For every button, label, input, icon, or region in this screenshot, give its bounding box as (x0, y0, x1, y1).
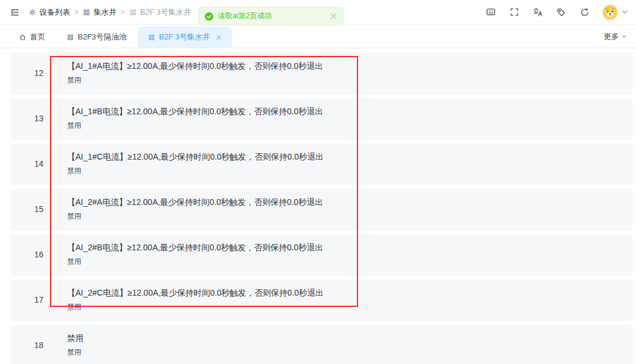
rule-row[interactable]: 14 【AI_1#C电流】≥12.00A,最少保持时间0.0秒触发，否则保持0.… (11, 144, 632, 184)
breadcrumb-separator: > (74, 8, 78, 16)
row-rule: 【AI_2#A电流】≥12.00A,最少保持时间0.0秒触发，否则保持0.0秒退… (67, 197, 323, 208)
row-index: 14 (11, 159, 67, 168)
monitor-icon[interactable] (484, 6, 497, 19)
refresh-icon[interactable] (578, 6, 591, 19)
row-rule: 【AI_1#C电流】≥12.00A,最少保持时间0.0秒触发，否则保持0.0秒退… (67, 152, 324, 163)
grid-dots-icon (67, 34, 74, 41)
row-status: 禁用 (67, 302, 324, 312)
rule-row[interactable]: 16 【AI_2#B电流】≥12.00A,最少保持时间0.0秒触发，否则保持0.… (11, 234, 632, 274)
success-check-icon (205, 12, 213, 21)
row-status: 禁用 (67, 348, 84, 358)
row-status: 禁用 (67, 75, 323, 85)
row-status: 禁用 (67, 166, 324, 176)
row-index: 12 (11, 68, 67, 78)
success-toast: 读取ai第2页成功 (198, 7, 343, 25)
fullscreen-icon[interactable] (508, 6, 521, 19)
app-root: 设备列表 > 集水井 > (0, 0, 636, 364)
breadcrumb-separator: > (121, 8, 125, 16)
breadcrumb-label: B2F 3号集水井 (140, 7, 191, 18)
user-menu[interactable] (602, 4, 628, 21)
grid-dots-icon (82, 8, 91, 16)
gear-icon (28, 8, 37, 16)
more-label: 更多 (604, 31, 619, 42)
grid-dots-icon (148, 34, 155, 41)
row-rule: 【AI_1#A电流】≥12.00A,最少保持时间0.0秒触发，否则保持0.0秒退… (67, 61, 323, 72)
sidebar-fold-icon[interactable] (8, 6, 21, 19)
breadcrumb-label: 设备列表 (39, 7, 70, 18)
toast-close-icon[interactable] (330, 13, 337, 19)
breadcrumb-label: 集水井 (94, 7, 117, 18)
rule-row[interactable]: 15 【AI_2#A电流】≥12.00A,最少保持时间0.0秒触发，否则保持0.… (11, 189, 632, 229)
avatar (602, 4, 618, 21)
home-icon (19, 34, 26, 41)
row-rule: 【AI_1#B电流】≥12.00A,最少保持时间0.0秒触发，否则保持0.0秒退… (67, 107, 323, 117)
tab-label: B2F 3号集水井 (159, 32, 210, 42)
rule-row[interactable]: 17 【AI_2#C电流】≥12.00A,最少保持时间0.0秒触发，否则保持0.… (11, 280, 632, 320)
row-rule: 【AI_2#C电流】≥12.00A,最少保持时间0.0秒触发，否则保持0.0秒退… (67, 288, 324, 299)
translate-icon[interactable] (531, 6, 544, 19)
row-index: 16 (11, 250, 67, 259)
chevron-down-icon (622, 10, 628, 14)
tab-b2f3-grease-trap[interactable]: B2F3号隔油池 (56, 27, 137, 48)
toast-message: 读取ai第2页成功 (218, 11, 326, 21)
row-status: 禁用 (67, 211, 323, 221)
breadcrumb: 设备列表 > 集水井 > (28, 7, 191, 18)
breadcrumb-item-current: B2F 3号集水井 (129, 7, 191, 18)
grid-dots-icon (129, 8, 137, 16)
tab-label: B2F3号隔油池 (78, 32, 127, 42)
tab-close-icon[interactable] (216, 35, 221, 40)
row-status: 禁用 (67, 121, 323, 131)
row-index: 17 (11, 295, 67, 305)
page-tabbar: 首页 B2F3号隔油池 B2F 3号集水井 (0, 25, 636, 48)
rule-list: 12 【AI_1#A电流】≥12.00A,最少保持时间0.0秒触发，否则保持0.… (0, 48, 636, 364)
rule-row[interactable]: 13 【AI_1#B电流】≥12.00A,最少保持时间0.0秒触发，否则保持0.… (11, 98, 632, 138)
row-rule: 【AI_2#B电流】≥12.00A,最少保持时间0.0秒触发，否则保持0.0秒退… (67, 243, 323, 253)
tab-b2f3-sump-active[interactable]: B2F 3号集水井 (137, 27, 232, 48)
row-index: 13 (11, 114, 67, 123)
breadcrumb-item-sump[interactable]: 集水井 (82, 7, 117, 18)
row-rule: 禁用 (67, 333, 84, 344)
tag-icon[interactable] (555, 6, 568, 19)
row-index: 18 (11, 340, 67, 350)
chevron-down-icon (621, 35, 627, 38)
rule-row[interactable]: 12 【AI_1#A电流】≥12.00A,最少保持时间0.0秒触发，否则保持0.… (11, 53, 632, 93)
tab-label: 首页 (30, 32, 45, 42)
row-status: 禁用 (67, 257, 323, 267)
rule-row[interactable]: 18 禁用 禁用 (11, 325, 632, 364)
tab-home[interactable]: 首页 (8, 27, 56, 48)
breadcrumb-item-device-list[interactable]: 设备列表 (28, 7, 70, 18)
row-index: 15 (11, 204, 67, 214)
header-actions (484, 4, 628, 21)
tabs-more-dropdown[interactable]: 更多 (604, 25, 627, 48)
